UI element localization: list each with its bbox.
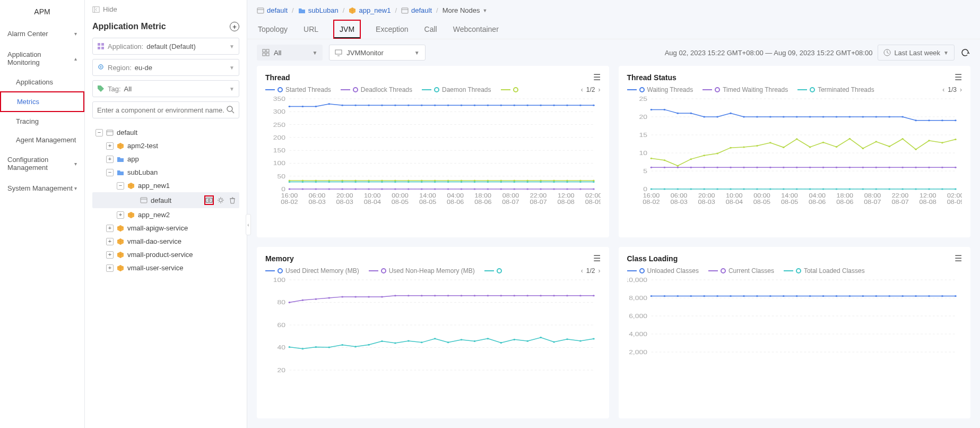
filter-monitor-select[interactable]: JVMMonitor ▼	[329, 45, 425, 61]
svg-point-114	[579, 189, 582, 190]
svg-point-209	[769, 116, 771, 118]
tree-node-default[interactable]: default	[92, 192, 239, 208]
nav-item-configuration-management[interactable]: Configuration Management▾	[0, 149, 84, 178]
chart-menu-icon[interactable]: ☰	[955, 254, 962, 263]
pager-next[interactable]: ›	[599, 267, 601, 275]
tag-select[interactable]: Tag: All ▼	[92, 80, 239, 97]
tree-node-default[interactable]: −default	[92, 126, 239, 139]
add-metric-button[interactable]: +	[230, 22, 239, 31]
tree-toggle[interactable]: +	[106, 264, 114, 272]
tree-node-app_new2[interactable]: +app_new2	[92, 208, 239, 221]
svg-point-346	[500, 342, 502, 344]
svg-point-92	[289, 189, 291, 190]
search-icon[interactable]	[226, 105, 235, 115]
view-icon[interactable]	[204, 195, 214, 205]
tree-node-vmall-product-service[interactable]: +vmall-product-service	[92, 248, 239, 261]
svg-point-210	[782, 116, 784, 118]
tree-toggle[interactable]: −	[96, 129, 103, 136]
refresh-button[interactable]	[960, 47, 970, 58]
chart-menu-icon[interactable]: ☰	[593, 73, 601, 82]
tab-topology[interactable]: Topology	[257, 20, 289, 39]
legend-item[interactable]: Started Threads	[265, 86, 331, 93]
pager-prev[interactable]: ‹	[942, 86, 944, 93]
svg-point-87	[540, 105, 542, 106]
breadcrumb-item[interactable]: app_new1	[349, 6, 391, 14]
legend-item[interactable]: Daemon Threads	[422, 86, 491, 93]
tab-url[interactable]: URL	[302, 20, 319, 39]
tree-toggle[interactable]: +	[106, 238, 114, 245]
legend-item[interactable]: Unloaded Classes	[627, 267, 699, 275]
svg-point-289	[875, 141, 877, 142]
svg-point-342	[447, 341, 449, 343]
legend-item[interactable]: Timed Waiting Threads	[703, 86, 788, 93]
tree-toggle[interactable]: +	[117, 211, 124, 219]
legend-item[interactable]: Total Loaded Classes	[784, 267, 865, 275]
svg-point-371	[743, 295, 745, 297]
breadcrumb-item[interactable]: default	[257, 6, 288, 14]
nav-item-application-monitoring[interactable]: Application Monitoring▴	[0, 44, 84, 73]
tab-jvm[interactable]: JVM	[333, 20, 361, 39]
legend-item[interactable]: Waiting Threads	[627, 86, 693, 93]
tree-node-apm2-test[interactable]: +apm2-test	[92, 139, 239, 152]
tree-toggle[interactable]: −	[106, 169, 114, 176]
nav-sub-metrics[interactable]: Metrics	[0, 91, 84, 112]
breadcrumb-item[interactable]: default	[401, 6, 432, 14]
hide-panel-button[interactable]: Hide	[92, 0, 239, 19]
tree-toggle[interactable]: +	[106, 225, 114, 232]
svg-point-215	[848, 116, 851, 118]
nav-sub-agent-management[interactable]: Agent Management	[0, 131, 84, 149]
svg-point-295	[954, 139, 956, 140]
tree-node-vmall-dao-service[interactable]: +vmall-dao-service	[92, 235, 239, 248]
tree-toggle[interactable]: +	[106, 142, 114, 150]
chevron-down-icon: ▼	[229, 65, 235, 71]
nav-sub-applications[interactable]: Applications	[0, 73, 84, 91]
breadcrumb-item[interactable]: subLuban	[298, 6, 339, 14]
tree-toggle[interactable]: +	[106, 156, 114, 163]
chart-menu-icon[interactable]: ☰	[955, 73, 962, 82]
nav-sub-tracing[interactable]: Tracing	[0, 112, 84, 131]
tree-toggle[interactable]: −	[117, 182, 124, 190]
time-range-select[interactable]: Last Last week ▼	[878, 45, 955, 61]
gear-icon[interactable]	[216, 195, 226, 205]
legend-item[interactable]: Deadlock Threads	[341, 86, 412, 93]
chart-menu-icon[interactable]: ☰	[593, 254, 601, 263]
svg-point-263	[848, 189, 851, 190]
panel-collapse-handle[interactable]: ‹	[246, 214, 251, 235]
legend-item[interactable]: Terminated Threads	[797, 86, 874, 93]
svg-point-221	[928, 119, 930, 121]
filter-all-select[interactable]: All ▼	[257, 45, 323, 61]
svg-text:08-05: 08-05	[753, 199, 770, 205]
svg-text:40: 40	[277, 345, 285, 351]
search-input[interactable]	[97, 106, 235, 114]
tree-label: default	[151, 196, 171, 204]
trash-icon[interactable]	[228, 195, 237, 205]
breadcrumb-item[interactable]: More Nodes ▼	[443, 6, 488, 14]
chart-area: 20406080100	[265, 277, 601, 388]
pager-prev[interactable]: ‹	[581, 267, 583, 275]
legend-item[interactable]: Used Non-Heap Memory (MB)	[369, 267, 475, 275]
tree-node-subLuban[interactable]: −subLuban	[92, 166, 239, 179]
legend-item[interactable]: Used Direct Memory (MB)	[265, 267, 359, 275]
pager-next[interactable]: ›	[960, 86, 962, 93]
svg-point-80	[447, 105, 449, 106]
region-select[interactable]: Region: eu-de ▼	[92, 59, 239, 76]
tree-node-vmall-apigw-service[interactable]: +vmall-apigw-service	[92, 221, 239, 235]
legend-item[interactable]	[484, 268, 505, 273]
legend-item[interactable]	[501, 87, 521, 92]
tab-webcontainer[interactable]: Webcontainer	[452, 20, 500, 39]
tree-toggle[interactable]: +	[106, 251, 114, 259]
nav-item-alarm-center[interactable]: Alarm Center▾	[0, 23, 84, 44]
tree-node-app_new1[interactable]: −app_new1	[92, 179, 239, 192]
legend-item[interactable]: Current Classes	[708, 267, 774, 275]
pager-prev[interactable]: ‹	[581, 86, 583, 93]
tab-exception[interactable]: Exception	[375, 20, 409, 39]
chart-title: Class Loading	[627, 254, 678, 263]
application-select[interactable]: Application: default (Default) ▼	[92, 38, 239, 55]
svg-point-246	[941, 167, 943, 168]
pager-next[interactable]: ›	[599, 86, 601, 93]
tree-node-vmall-user-service[interactable]: +vmall-user-service	[92, 261, 239, 275]
tree-node-app[interactable]: +app	[92, 152, 239, 166]
tab-call[interactable]: Call	[423, 20, 438, 39]
tree-label: vmall-dao-service	[127, 237, 181, 245]
nav-item-system-management[interactable]: System Management▾	[0, 178, 84, 199]
